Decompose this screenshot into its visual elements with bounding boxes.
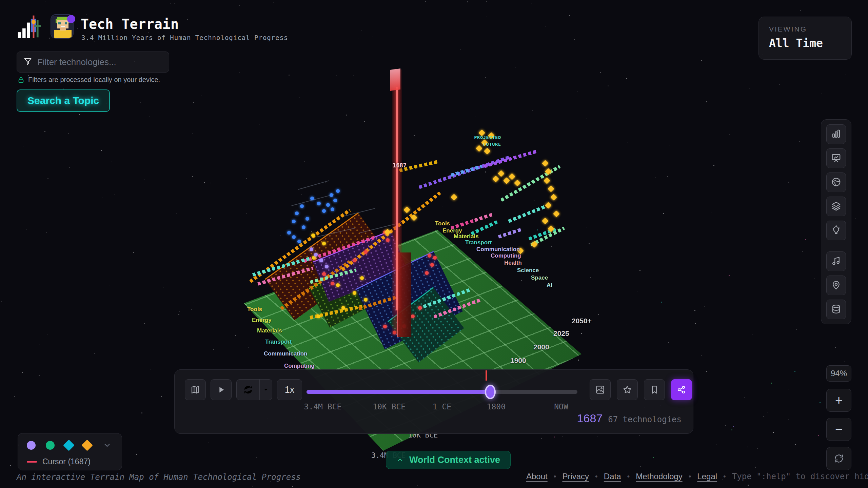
location-pin-button[interactable]: [826, 276, 846, 295]
presentation-button[interactable]: [826, 148, 846, 168]
viewing-label: VIEWING: [769, 25, 841, 33]
data-point: [336, 283, 340, 287]
data-point: [292, 220, 296, 223]
category-label-near: Tools: [247, 306, 262, 313]
globe-icon: [831, 177, 841, 188]
snapshot-button[interactable]: [590, 379, 611, 400]
filter-box[interactable]: [17, 52, 169, 73]
data-point: [548, 185, 554, 192]
category-label-near: Computing: [284, 363, 315, 369]
footer-separator: •: [595, 472, 598, 481]
data-point: [353, 259, 356, 262]
data-point: [553, 210, 560, 217]
world-context-button[interactable]: World Context active: [386, 451, 511, 469]
reset-view-button[interactable]: [826, 447, 851, 470]
loop-options-chevron[interactable]: [260, 380, 272, 400]
zoom-percent-badge: 94%: [826, 365, 851, 382]
data-point: [364, 298, 368, 302]
milestone-chain: [508, 204, 547, 223]
timeline-tick-label: 3.4M BCE: [304, 402, 342, 411]
map-view-button[interactable]: [185, 379, 206, 400]
data-point: [310, 197, 314, 200]
data-point: [322, 242, 326, 245]
milestone-chain: [498, 228, 521, 239]
footer-link-legal[interactable]: Legal: [697, 472, 717, 481]
data-point: [292, 235, 296, 239]
timeline-cursor-tick: [486, 370, 487, 381]
category-label-far: Health: [504, 260, 522, 266]
data-point: [331, 207, 334, 211]
music-button[interactable]: [826, 251, 846, 271]
data-point: [305, 217, 309, 221]
data-point: [425, 271, 429, 275]
page-subtitle: 3.4 Million Years of Human Technological…: [81, 34, 288, 41]
time-cursor-year-label: 1687: [393, 162, 407, 169]
legend-symbol-circle: [27, 441, 36, 450]
category-label-far: Science: [517, 267, 539, 274]
data-point: [484, 148, 491, 155]
bar-chart-button[interactable]: [826, 124, 846, 144]
favorite-button[interactable]: [617, 379, 638, 400]
timeline-tick-label: 10K BCE: [373, 402, 406, 411]
lock-icon: [17, 76, 25, 84]
play-button[interactable]: [211, 379, 232, 400]
legend-panel: Cursor (1687): [18, 433, 122, 470]
data-point: [295, 211, 299, 215]
viewing-panel: VIEWING All Time: [758, 17, 852, 60]
chevron-down-icon[interactable]: [103, 441, 112, 450]
database-icon: [831, 304, 841, 315]
share-button[interactable]: [671, 379, 692, 400]
page-title: Tech Terrain: [81, 16, 179, 32]
category-label-near: Energy: [252, 317, 272, 324]
footer-link-about[interactable]: About: [526, 472, 548, 481]
category-label-far: Tools: [435, 220, 450, 227]
category-label-near: Transport: [265, 339, 292, 345]
data-point: [331, 282, 334, 285]
lightbulb-icon: [831, 225, 841, 236]
privacy-note: Filters are processed locally on your de…: [17, 76, 160, 84]
footer-link-privacy[interactable]: Privacy: [562, 472, 589, 481]
timeline-slider-track[interactable]: [307, 390, 577, 394]
filter-input[interactable]: [37, 57, 163, 67]
database-button[interactable]: [826, 300, 846, 319]
category-label-far: AI: [547, 282, 552, 289]
time-cursor-line[interactable]: [396, 87, 398, 310]
legend-symbol-diamond: [63, 440, 75, 451]
layers-button[interactable]: [826, 197, 846, 216]
loop-button[interactable]: [237, 380, 260, 400]
projected-future-label: PROJECTED FUTURE: [464, 134, 501, 147]
playback-speed-button[interactable]: 1x: [277, 379, 302, 400]
lightbulb-button[interactable]: [826, 221, 846, 240]
data-point: [297, 240, 301, 243]
data-point: [325, 265, 329, 268]
search-topic-button[interactable]: Search a Topic: [17, 89, 110, 112]
footer-separator: •: [723, 472, 726, 481]
layers-icon: [831, 201, 841, 212]
timeline-slider-fill: [307, 390, 490, 394]
funnel-icon: [23, 57, 33, 67]
timeline-slider-thumb[interactable]: [485, 385, 496, 399]
bar-chart-icon: [831, 129, 841, 140]
globe-button[interactable]: [826, 172, 846, 192]
bookmark-button[interactable]: [644, 379, 665, 400]
data-point: [428, 254, 431, 258]
data-point: [411, 314, 415, 318]
zoom-out-button[interactable]: −: [826, 418, 851, 441]
legend-symbols: [27, 440, 113, 451]
data-point: [386, 238, 390, 242]
data-point: [544, 177, 550, 184]
viewing-value: All Time: [769, 37, 841, 50]
world-context-label: World Context active: [409, 455, 500, 465]
footer-link-methodology[interactable]: Methodology: [636, 472, 682, 481]
avatar-status-badge: [67, 15, 75, 23]
category-label-far: Computing: [491, 252, 521, 259]
zoom-in-button[interactable]: +: [826, 389, 851, 412]
data-point: [498, 170, 505, 177]
footer-separator: •: [554, 472, 556, 481]
data-point: [542, 218, 549, 224]
data-point: [360, 276, 364, 280]
presentation-icon: [831, 153, 841, 164]
footer-link-data[interactable]: Data: [604, 472, 621, 481]
data-point: [319, 259, 323, 262]
category-label-far: Space: [531, 274, 548, 281]
